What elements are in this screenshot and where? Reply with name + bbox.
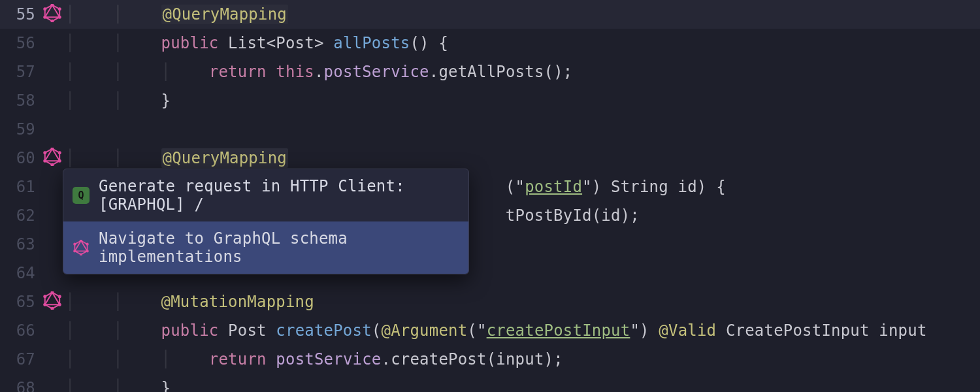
popup-item[interactable]: Navigate to GraphQL schema implementatio… (63, 221, 468, 274)
gutter-spacer (39, 374, 65, 378)
svg-point-4 (58, 16, 61, 19)
code-text[interactable]: │ │ │ return postService.createPost(inpu… (65, 345, 563, 374)
svg-point-12 (58, 159, 61, 163)
gutter-spacer (39, 345, 65, 349)
code-line[interactable]: 66│ │ public Post createPost(@Argument("… (0, 316, 980, 345)
line-number: 55 (0, 0, 39, 29)
graphql-icon (43, 4, 61, 22)
code-line[interactable]: 68│ │ } (0, 374, 980, 392)
gutter-spacer (39, 57, 65, 61)
code-text[interactable]: │ │ } (65, 86, 171, 115)
line-number: 63 (0, 230, 39, 259)
line-number: 67 (0, 345, 39, 374)
line-number: 64 (0, 259, 39, 287)
line-number: 68 (0, 374, 39, 392)
svg-marker-9 (45, 149, 59, 161)
line-number: 62 (0, 201, 39, 230)
svg-point-6 (43, 16, 46, 19)
gutter-action-popup: QGenerate request in HTTP Client: [GRAPH… (63, 169, 469, 274)
code-line[interactable]: 56│ │ public List<Post> allPosts() { (0, 29, 980, 57)
svg-point-31 (73, 243, 76, 246)
gutter-spacer (39, 172, 65, 176)
graphql-icon (43, 148, 61, 166)
gutter-spacer (39, 115, 65, 119)
code-line[interactable]: 57│ │ │ return this.postService.getAllPo… (0, 57, 980, 86)
code-line[interactable]: 65 │ │ @MutationMapping (0, 287, 980, 316)
svg-point-19 (58, 295, 61, 298)
code-text[interactable]: │ │ @QueryMapping (65, 0, 288, 29)
graphql-gutter-icon[interactable] (39, 287, 65, 310)
line-number: 65 (0, 287, 39, 316)
svg-point-7 (43, 7, 46, 10)
code-line[interactable]: 67│ │ │ return postService.createPost(in… (0, 345, 980, 374)
svg-marker-1 (45, 5, 59, 17)
gutter-spacer (39, 316, 65, 320)
graphql-gutter-icon[interactable] (39, 0, 65, 22)
graphql-icon (43, 291, 61, 310)
gutter-spacer (39, 230, 65, 234)
graphql-icon (73, 239, 90, 256)
line-number: 57 (0, 57, 39, 86)
svg-marker-17 (45, 293, 59, 304)
svg-point-27 (86, 243, 88, 246)
line-number: 59 (0, 115, 39, 144)
graphql-icon (73, 240, 89, 255)
code-text[interactable]: │ │ │ return this.postService.getAllPost… (65, 57, 573, 86)
gutter-spacer (39, 29, 65, 33)
svg-point-22 (43, 303, 46, 306)
code-text[interactable]: │ │ @MutationMapping (65, 287, 314, 316)
svg-point-28 (86, 250, 88, 252)
svg-point-14 (43, 159, 46, 163)
code-line[interactable]: 59 (0, 115, 980, 144)
code-line[interactable]: 58│ │ } (0, 86, 980, 115)
line-number: 66 (0, 316, 39, 345)
popup-item-label: Navigate to GraphQL schema implementatio… (99, 229, 459, 266)
line-number: 60 (0, 144, 39, 172)
code-text[interactable]: │ │ } (65, 374, 171, 392)
svg-marker-25 (74, 240, 87, 251)
gutter-spacer (39, 259, 65, 263)
svg-point-11 (58, 151, 61, 154)
svg-point-15 (43, 151, 46, 154)
popup-item[interactable]: QGenerate request in HTTP Client: [GRAPH… (63, 169, 468, 221)
http-client-icon: Q (73, 187, 90, 204)
code-text[interactable]: │ │ public List<Post> allPosts() { (65, 29, 448, 57)
svg-point-20 (58, 303, 61, 306)
svg-point-3 (58, 7, 61, 10)
svg-point-23 (43, 295, 46, 298)
code-line[interactable]: 55 │ │ @QueryMapping (0, 0, 980, 29)
gutter-spacer (39, 86, 65, 90)
popup-item-label: Generate request in HTTP Client: [GRAPHQ… (99, 177, 459, 214)
code-text[interactable]: │ │ public Post createPost(@Argument("cr… (65, 316, 927, 345)
graphql-gutter-icon[interactable] (39, 144, 65, 166)
line-number: 61 (0, 172, 39, 201)
gutter-spacer (39, 201, 65, 205)
line-number: 58 (0, 86, 39, 115)
line-number: 56 (0, 29, 39, 57)
svg-point-30 (73, 250, 76, 252)
